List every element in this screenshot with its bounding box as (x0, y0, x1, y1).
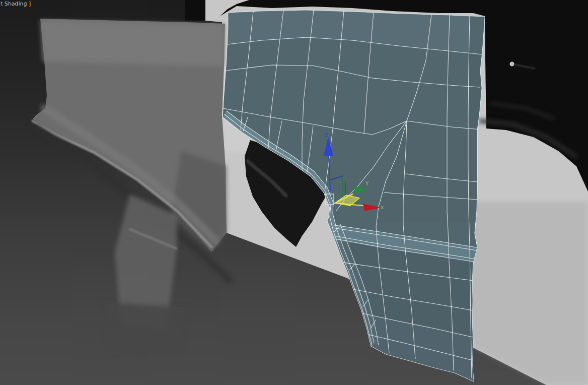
viewport-canvas[interactable]: ZYx t Shading ] (0, 0, 588, 385)
specular-dot (510, 62, 514, 67)
axis-y-label: Y (365, 181, 369, 186)
mirrored-fender-top-light (40, 20, 225, 67)
axis-x-label: x (381, 205, 384, 210)
scene-svg: ZYx (0, 0, 588, 385)
viewport-shading-label[interactable]: t Shading ] (1, 1, 31, 7)
lower-strip-fade (105, 302, 185, 355)
black-pillar-corner (185, 0, 205, 21)
axis-z-label: Z (325, 133, 328, 138)
